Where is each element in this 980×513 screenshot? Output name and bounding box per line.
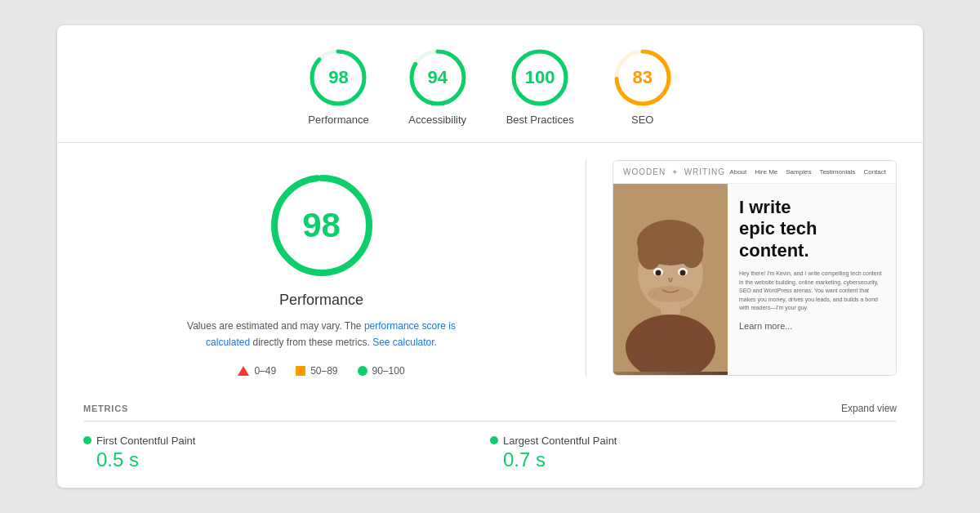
person-photo [613,184,728,375]
score-label-performance: Performance [308,114,368,126]
legend-low-label: 0–49 [254,365,276,377]
score-item-seo[interactable]: 83 SEO [613,48,672,126]
score-circle-seo: 83 [613,48,672,107]
score-value-best-practices: 100 [525,67,555,88]
metric-lcp-value: 0.7 s [490,448,897,471]
heading-line3: content. [739,240,809,261]
score-label-seo: SEO [631,114,653,126]
brand-separator: ✦ [671,167,679,176]
heading-line2: epic tech [739,218,817,239]
left-panel: 98 Performance Values are estimated and … [83,159,586,376]
metric-lcp-name-row: Largest Contentful Paint [490,435,897,447]
desc-text-1: Values are estimated and may vary. The [187,320,361,332]
score-circle-best-practices: 100 [510,48,569,107]
desc-text-3: directly from these metrics. [252,337,369,348]
see-calculator-link[interactable]: See calculator. [372,337,437,348]
metrics-section-label: METRICS [83,404,128,413]
score-label-best-practices: Best Practices [506,114,574,126]
square-icon [296,366,305,376]
site-heading: I write epic tech content. [739,197,884,261]
big-score-label: Performance [279,292,363,309]
heading-line1: I write [739,197,791,217]
nav-hire: Hire Me [755,168,777,176]
screenshot-body: I write epic tech content. Hey there! I'… [613,184,896,375]
metric-fcp: First Contentful Paint 0.5 s [83,431,490,475]
right-panel: WOODEN ✦ WRITING About Hire Me Samples T… [586,159,897,376]
metrics-grid: First Contentful Paint 0.5 s Largest Con… [83,431,897,488]
screenshot-preview: WOODEN ✦ WRITING About Hire Me Samples T… [612,160,897,376]
score-value-accessibility: 94 [427,67,447,88]
site-nav-links: About Hire Me Samples Testimonials Conta… [729,168,886,176]
learn-more-link: Learn more... [739,321,884,331]
metrics-section: METRICS Expand view First Contentful Pai… [57,393,923,488]
brand-name: WOODEN [623,167,666,176]
svg-point-20 [680,270,686,276]
scores-row: 98 Performance 94 Accessibility 10 [57,25,923,142]
big-score-value: 98 [302,206,341,245]
performance-description: Values are estimated and may vary. The p… [175,319,469,350]
legend-mid: 50–89 [296,365,337,377]
metric-fcp-name: First Contentful Paint [96,435,195,447]
metric-lcp-name: Largest Contentful Paint [503,435,617,447]
svg-point-16 [680,239,703,268]
score-item-performance[interactable]: 98 Performance [308,48,368,126]
score-item-best-practices[interactable]: 100 Best Practices [506,48,574,126]
score-circle-accessibility: 94 [408,48,467,107]
svg-point-15 [638,237,662,270]
svg-point-21 [648,286,693,302]
metric-fcp-name-row: First Contentful Paint [83,435,490,447]
svg-point-19 [656,270,662,276]
screenshot-text-area: I write epic tech content. Hey there! I'… [728,184,896,375]
site-brand: WOODEN ✦ WRITING [623,167,725,176]
screenshot-nav: WOODEN ✦ WRITING About Hire Me Samples T… [613,161,896,184]
circle-icon [358,366,368,376]
score-label-accessibility: Accessibility [408,114,466,126]
nav-about: About [729,168,746,176]
nav-testimonials: Testimonials [819,168,855,176]
metric-lcp-dot [490,436,498,444]
score-legend: 0–49 50–89 90–100 [238,365,404,377]
metric-fcp-value: 0.5 s [83,448,490,471]
legend-high-label: 90–100 [372,365,405,377]
metrics-header: METRICS Expand view [83,403,897,422]
main-content: 98 Performance Values are estimated and … [57,143,923,392]
expand-view-button[interactable]: Expand view [841,403,897,414]
score-circle-performance: 98 [309,48,368,107]
score-value-performance: 98 [328,67,348,88]
big-score-circle: 98 [269,172,375,279]
site-body-text: Hey there! I'm Kevin, and I write compel… [739,270,884,313]
nav-contact: Contact [863,168,886,176]
legend-high: 90–100 [358,365,405,377]
nav-samples: Samples [786,168,811,176]
main-card: 98 Performance 94 Accessibility 10 [57,25,923,487]
legend-mid-label: 50–89 [310,365,337,377]
legend-low: 0–49 [238,365,276,377]
metric-fcp-dot [83,436,91,444]
metric-lcp: Largest Contentful Paint 0.7 s [490,431,897,475]
brand-sub: WRITING [684,167,725,176]
score-value-seo: 83 [633,67,653,88]
score-item-accessibility[interactable]: 94 Accessibility [408,48,467,126]
triangle-icon [238,366,249,376]
